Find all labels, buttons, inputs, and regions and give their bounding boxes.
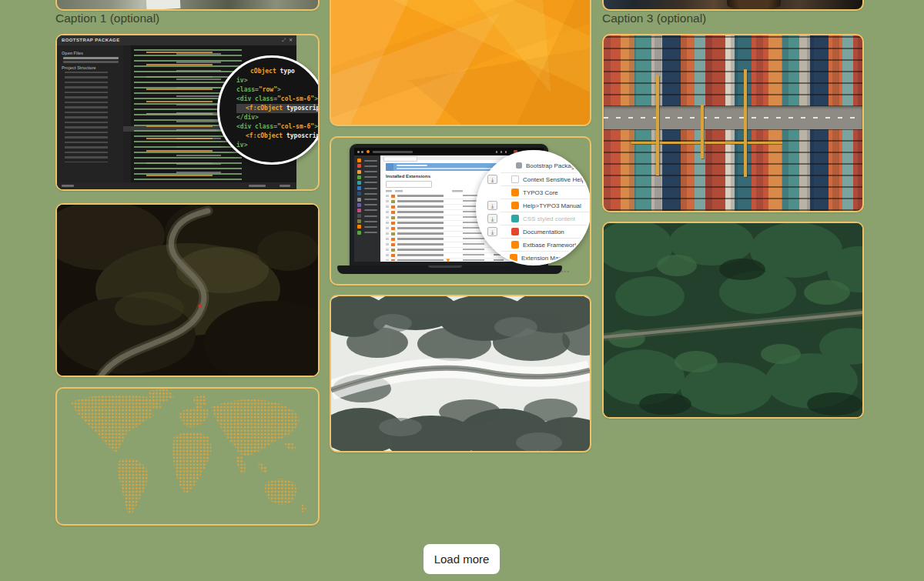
typo3-logo-icon: ▼ <box>445 258 451 264</box>
window-title-bar <box>373 151 413 153</box>
photo-texture <box>331 296 590 451</box>
module-icon <box>357 219 361 223</box>
sidebar-section-open-files: Open Files <box>62 51 123 55</box>
module-icon <box>357 170 361 174</box>
image-caption-3: Caption 3 (optional) <box>602 11 706 26</box>
info-icon <box>386 163 393 171</box>
photo-texture <box>57 205 318 376</box>
install-extension-button: ⤓ <box>487 227 497 236</box>
photo-texture <box>146 0 181 10</box>
lane-markings <box>604 117 862 119</box>
extension-list-item: Bootstrap Package <box>516 160 578 171</box>
sidebar-section-project-structure: Project Structure <box>62 65 123 70</box>
toolbar-icon <box>496 151 498 153</box>
checkbox-icon <box>511 175 519 183</box>
open-file-item <box>63 57 119 59</box>
code-line: iv> <box>236 141 320 150</box>
gallery-image-containers[interactable] <box>602 34 864 212</box>
editor-sidebar: Open Files Project Structure <box>57 45 123 182</box>
window-dot-icon <box>357 151 360 153</box>
code-line: iv> <box>236 76 320 85</box>
crane-mast <box>701 105 704 159</box>
extension-icon <box>511 202 519 209</box>
crane-mast <box>656 75 659 175</box>
extension-list-item: TYPO3 Core <box>511 187 558 198</box>
code-line-highlighted: <f:cObject typoscriptOb <box>236 104 320 113</box>
install-extension-button: ⤓ <box>487 175 497 184</box>
extension-icon <box>511 215 519 222</box>
status-bar-item <box>62 185 74 187</box>
line-number-gutter <box>123 45 131 182</box>
page-heading: Installed Extensions <box>386 174 430 179</box>
window-dot-icon <box>361 151 363 153</box>
gallery-image-orange-polygons[interactable] <box>330 0 591 126</box>
gallery-image-code-editor[interactable]: BOOTSTRAP PACKAGE ⤢ ✕ Open Files Project… <box>55 34 320 191</box>
crane-beam <box>631 142 782 144</box>
extension-icon-column <box>391 195 395 261</box>
download-icon: ⤓ <box>491 203 494 209</box>
download-icon: ⤓ <box>491 177 494 182</box>
install-extension-button: ⤓ <box>487 201 497 210</box>
extension-list-item: Extension Manager <box>510 252 574 263</box>
gallery-image-typo3-laptop[interactable]: Installed Extensions <box>330 136 591 285</box>
extension-icon <box>510 254 517 262</box>
status-bar-item <box>280 185 290 187</box>
code-line: <f:cObject typoscript <box>236 132 320 141</box>
module-icon <box>357 186 361 190</box>
extension-list-item-disabled: CSS styled content <box>511 213 575 224</box>
photo-texture <box>719 0 788 11</box>
extension-icon <box>511 189 519 196</box>
checkbox-column <box>386 195 389 261</box>
extension-icon <box>516 162 522 169</box>
extension-search-input <box>386 181 432 188</box>
extension-list-item: Documentation <box>511 226 564 237</box>
module-icon <box>357 214 361 218</box>
extension-list-item: Extbase Framework for Extens <box>511 239 591 250</box>
module-icon <box>357 203 361 207</box>
code-line: class="row"> <box>236 85 320 95</box>
extension-list-item: Help>TYPO3 Manual <box>511 200 581 211</box>
extension-icon <box>511 228 519 235</box>
module-icon <box>357 175 361 179</box>
editor-window-controls: ⤢ ✕ <box>282 35 293 45</box>
laptop-vent-dots: ●●● <box>561 269 570 273</box>
gallery-image-partial-top-left[interactable] <box>55 0 320 11</box>
project-tree <box>62 72 123 162</box>
gallery-image-mountain-road[interactable] <box>55 203 320 377</box>
editor-window-title: BOOTSTRAP PACKAGE <box>57 35 296 45</box>
banner-text-bar <box>397 165 427 166</box>
gallery-image-partial-top-right[interactable] <box>602 0 864 11</box>
download-icon: ⤓ <box>491 229 494 235</box>
module-icon <box>357 181 361 185</box>
extension-icon <box>511 241 519 249</box>
magnifier-lens: Bootstrap Package Context Sensitive Help… <box>476 150 591 265</box>
module-icon <box>357 209 361 212</box>
code-line: <div class="col-sm-6"> <box>236 95 320 104</box>
toolbar-icon <box>500 151 503 153</box>
typo3-logo-icon <box>367 150 370 153</box>
editor-status-bar <box>57 182 296 189</box>
toolbar-icon <box>505 151 507 153</box>
install-extension-button: ⤓ <box>487 214 497 223</box>
code-line: <div class="col-sm-6"> <box>236 122 320 132</box>
open-file-item <box>63 61 119 63</box>
status-bar-item <box>249 185 266 187</box>
laptop-notch <box>428 265 462 268</box>
module-icon <box>357 225 361 229</box>
code-line: cObject typo <box>236 67 320 76</box>
gallery-image-world-map[interactable] <box>55 387 320 526</box>
tab <box>383 156 417 162</box>
code-line: </div> <box>236 113 320 122</box>
gallery-image-green-forest[interactable] <box>602 222 864 419</box>
load-more-button[interactable]: Load more <box>424 544 500 574</box>
download-icon: ⤓ <box>491 216 494 222</box>
gallery-image-snowy-forest[interactable] <box>330 295 591 452</box>
image-caption-1: Caption 1 (optional) <box>55 11 159 26</box>
typo3-module-sidebar <box>354 155 380 262</box>
module-icon <box>357 159 361 162</box>
window-expand-icon: ⤢ <box>282 35 286 45</box>
module-icon <box>357 231 361 235</box>
crane-mast <box>744 69 747 177</box>
window-close-icon: ✕ <box>289 35 293 45</box>
magnifier-lens: cObject typo iv> class="row"> <div class… <box>217 55 320 165</box>
